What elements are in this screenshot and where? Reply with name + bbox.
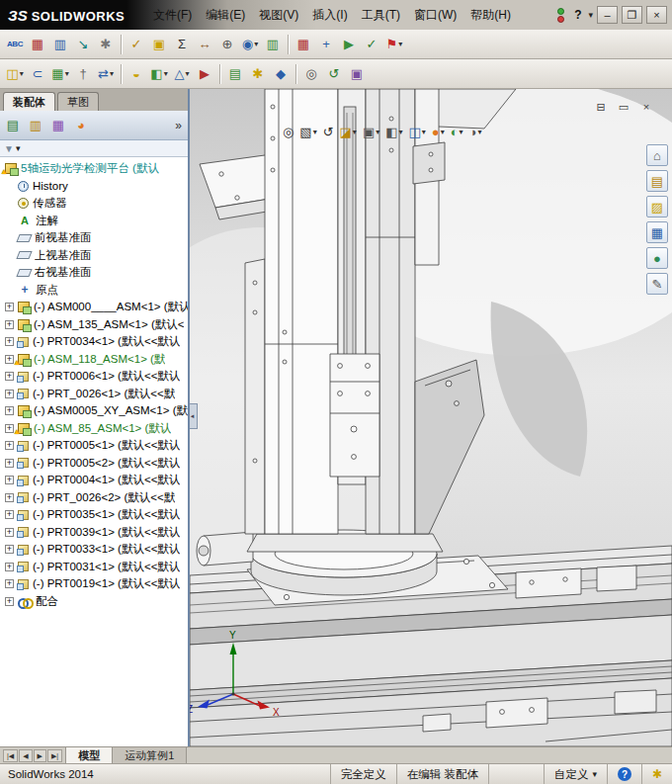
expand-icon[interactable]: +: [5, 406, 14, 415]
tree-item[interactable]: +(-) PRT_0026<2> (默认<<默: [0, 489, 188, 507]
tree-item[interactable]: +▲(-) ASM_118_ASM<1> (默: [0, 351, 188, 369]
spell-check-button[interactable]: ABC: [4, 34, 26, 55]
rebuild-button[interactable]: ↺: [323, 63, 345, 85]
expand-icon[interactable]: +: [5, 579, 14, 588]
expand-icon[interactable]: +: [5, 390, 14, 398]
featuremanager-tree-button[interactable]: ▤: [3, 116, 23, 135]
instant3d-button[interactable]: ◆: [270, 63, 292, 85]
expand-icon[interactable]: +: [5, 493, 14, 502]
solidworks-resources-button[interactable]: ⌂: [646, 144, 668, 166]
dropdown-arrow-icon[interactable]: ▾: [441, 128, 445, 136]
tab-motion-study[interactable]: 运动算例1: [113, 747, 187, 763]
tree-item[interactable]: +(-) PRT0005<1> (默认<<默认: [0, 437, 188, 455]
tree-item[interactable]: +(-) ASM0005_XY_ASM<1> (默: [0, 402, 188, 420]
expand-icon[interactable]: +: [5, 459, 14, 468]
assembly-features-button[interactable]: ◧▾: [148, 63, 170, 85]
menu-w[interactable]: 窗口(W): [407, 5, 463, 26]
expand-icon[interactable]: +: [5, 545, 14, 554]
tree-item[interactable]: +(-) PRT0034<1> (默认<<默认: [0, 333, 188, 351]
interference-detection-button[interactable]: ◉▾: [239, 34, 261, 55]
costing-button[interactable]: ▣: [148, 34, 170, 55]
options-button[interactable]: ✱: [95, 34, 117, 55]
tree-item[interactable]: +(-) PRT0031<1> (默认<<默认: [0, 559, 188, 576]
propertymanager-button[interactable]: ▥: [26, 116, 45, 135]
3d-viewport-canvas[interactable]: Y Z X: [190, 89, 672, 746]
maximize-button[interactable]: ❐: [622, 6, 642, 24]
tree-item[interactable]: History: [0, 178, 188, 196]
menu-h[interactable]: 帮助(H): [463, 5, 518, 26]
menu-v[interactable]: 视图(V): [252, 5, 305, 26]
linear-component-pattern-button[interactable]: ▦▾: [49, 63, 71, 85]
tree-item[interactable]: +(-) PRT_0026<1> (默认<<默: [0, 386, 188, 403]
expand-icon[interactable]: +: [5, 510, 14, 519]
render-tools-button[interactable]: ▣: [346, 63, 368, 85]
tree-item[interactable]: +(-) PRT0004<1> (默认<<默认: [0, 472, 188, 489]
expand-icon[interactable]: +: [5, 476, 14, 484]
tree-item[interactable]: +(-) PRT0039<1> (默认<<默认: [0, 524, 188, 542]
tree-item[interactable]: +(-) ASM_135_ASM<1> (默认<: [0, 316, 188, 334]
doc-minimize-button[interactable]: ⊟: [593, 100, 609, 114]
export-data-button[interactable]: ↘: [72, 34, 94, 55]
design-library-button[interactable]: ▤: [646, 170, 668, 192]
dropdown-arrow-icon[interactable]: ▾: [376, 128, 379, 136]
first-tab-button[interactable]: |◀: [3, 749, 18, 762]
bill-of-materials-button[interactable]: ▤: [224, 63, 246, 85]
quick-tips[interactable]: ✱: [641, 764, 672, 784]
expand-icon[interactable]: +: [5, 441, 14, 450]
expand-icon[interactable]: +: [5, 320, 14, 329]
panel-collapse-handle[interactable]: ◂: [190, 403, 198, 429]
tab-model[interactable]: 模型: [66, 747, 113, 763]
prev-tab-button[interactable]: ◀: [19, 749, 32, 762]
close-button[interactable]: ×: [646, 6, 667, 24]
review-flag-button[interactable]: ⚑▾: [383, 34, 405, 55]
expand-icon[interactable]: +: [5, 337, 14, 346]
help-button[interactable]: ?: [571, 8, 584, 22]
expand-icon[interactable]: +: [5, 597, 14, 606]
task-scheduler-button[interactable]: ▥: [49, 34, 71, 55]
help-dropdown-icon[interactable]: ▾: [588, 10, 593, 20]
dropdown-arrow-icon[interactable]: ▾: [164, 69, 168, 78]
reference-geometry-button[interactable]: △▾: [171, 63, 193, 85]
configurationmanager-button[interactable]: ▦: [48, 116, 68, 135]
show-hidden-components-button[interactable]: ◒: [126, 63, 147, 85]
menu-f[interactable]: 文件(F): [146, 5, 199, 26]
tree-item[interactable]: +(-) ASM000____ASM<1> (默认: [0, 299, 188, 316]
assembly-statistics-button[interactable]: ▥: [262, 34, 284, 55]
appearances-scenes-button[interactable]: ●: [646, 247, 668, 269]
view-palette-button[interactable]: ▦: [646, 221, 668, 243]
tree-item[interactable]: +(-) PRT0033<1> (默认<<默认: [0, 541, 188, 559]
dropdown-arrow-icon[interactable]: ▾: [185, 69, 189, 78]
large-assembly-mode-button[interactable]: ◎: [300, 63, 322, 85]
view-settings-button[interactable]: ◑▾: [467, 122, 484, 141]
view-orientation-button[interactable]: ▣▾: [361, 122, 381, 141]
equations-button[interactable]: Σ: [171, 34, 193, 55]
custom-properties-button[interactable]: ✎: [646, 273, 668, 295]
panel-overflow-button[interactable]: »: [175, 119, 185, 132]
dropdown-arrow-icon[interactable]: ▾: [477, 128, 481, 136]
graphics-viewport[interactable]: Y Z X ⊟▭× ◎▧▾↺◪▾▣▾◧▾◫▾●▾◐▾◑▾ ⌂▤▨▦●✎ ◂: [190, 89, 672, 746]
tree-item[interactable]: +(-) PRT0005<2> (默认<<默认: [0, 455, 188, 473]
tree-item[interactable]: +▲(-) ASM_85_ASM<1> (默认: [0, 420, 188, 438]
menu-e[interactable]: 编辑(E): [199, 5, 252, 26]
minimize-button[interactable]: –: [597, 6, 618, 24]
dropdown-arrow-icon[interactable]: ▾: [398, 40, 402, 48]
smart-fasteners-button[interactable]: †: [72, 63, 94, 85]
mass-properties-button[interactable]: ⊕: [216, 34, 238, 55]
expand-icon[interactable]: +: [5, 563, 14, 571]
dropdown-arrow-icon[interactable]: ▾: [353, 128, 357, 136]
coordinate-system-button[interactable]: +: [315, 34, 337, 55]
animation-button[interactable]: ▶: [338, 34, 360, 55]
tree-item[interactable]: 原点: [0, 282, 188, 300]
check-model-button[interactable]: ✓: [361, 34, 382, 55]
zoom-to-fit-button[interactable]: ◎: [281, 122, 295, 141]
apply-scene-button[interactable]: ◐▾: [449, 122, 465, 141]
move-component-button[interactable]: ⇄▾: [95, 63, 117, 85]
design-checker-button[interactable]: ✓: [126, 34, 147, 55]
next-tab-button[interactable]: ▶: [34, 749, 46, 762]
custom-toolbar-selector[interactable]: 自定义 ▾: [544, 764, 607, 784]
expand-icon[interactable]: +: [5, 528, 14, 537]
tree-item[interactable]: 上视基准面: [0, 247, 188, 265]
mate-button[interactable]: ⊂: [27, 63, 48, 85]
section-view-button[interactable]: ◪▾: [338, 122, 359, 141]
tree-item[interactable]: +配合: [0, 593, 188, 611]
